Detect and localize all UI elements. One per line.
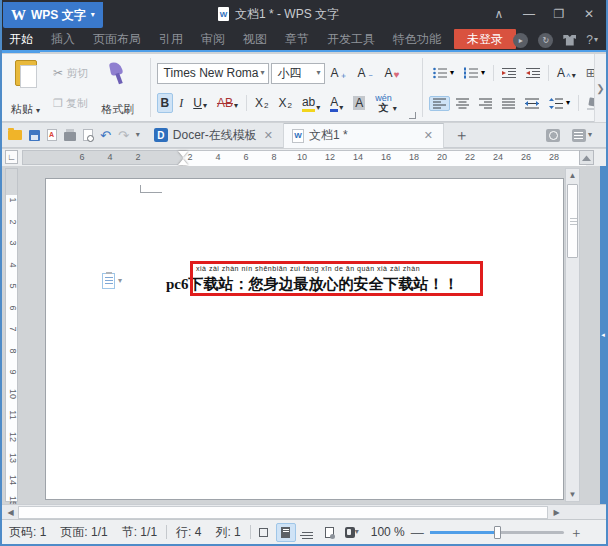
scroll-right-icon[interactable]: ▶ — [550, 506, 563, 519]
highlight-button[interactable]: ab▾ — [298, 92, 324, 115]
play-circle-icon[interactable]: ▸ — [513, 33, 528, 48]
line-spacing-button[interactable]: ▾ — [545, 96, 574, 111]
wps-logo-menu[interactable]: W WPS 文字 ▾ — [3, 2, 103, 28]
print-preview-icon[interactable] — [83, 129, 93, 141]
bullet-list-icon — [433, 67, 447, 79]
undo-icon[interactable]: ↶ — [100, 129, 111, 142]
feedback-icon[interactable]: ↻ — [538, 33, 553, 48]
tab-page-layout[interactable]: 页面布局 — [84, 27, 150, 51]
vertical-scrollbar[interactable]: ▲ ▼ — [565, 168, 580, 502]
shrink-font-button[interactable]: A－ — [354, 63, 379, 83]
document-page[interactable]: ▾ xià zài zhàn nín shēnbiān zuì fàng xīn… — [45, 178, 564, 500]
new-tab-button[interactable]: ＋ — [444, 126, 479, 145]
cut-button[interactable]: ✂剪切 — [49, 64, 92, 83]
hanging-indent-marker[interactable] — [178, 159, 188, 165]
strikethrough-button[interactable]: AB▾ — [213, 93, 242, 113]
subscript-button[interactable]: X2 — [274, 93, 295, 113]
scroll-up-icon[interactable]: ▲ — [566, 169, 579, 182]
restore-button[interactable]: ❐ — [548, 4, 570, 24]
close-button[interactable]: ✕ — [578, 4, 600, 24]
italic-button[interactable]: I — [175, 93, 187, 114]
zoom-slider-fill — [430, 531, 494, 534]
history-icon[interactable] — [546, 129, 560, 142]
tab-developer[interactable]: 开发工具 — [318, 27, 384, 51]
numbering-button[interactable]: ▾ — [460, 65, 489, 81]
close-tab-icon[interactable]: ✕ — [262, 129, 275, 142]
paste-button[interactable]: 粘贴 ▾ — [8, 58, 43, 119]
close-tab-icon[interactable]: ✕ — [422, 129, 435, 142]
help-button[interactable]: ?▾ — [586, 33, 598, 47]
eye-protect-button[interactable] — [320, 523, 340, 542]
open-file-icon[interactable] — [8, 130, 22, 140]
paste-options-button[interactable]: ▾ — [102, 273, 122, 289]
align-right-button[interactable] — [475, 96, 496, 111]
font-size-select[interactable]: 小四▾ — [271, 63, 325, 84]
font-name-select[interactable]: Times New Roma▾ — [157, 63, 269, 84]
tab-document1[interactable]: W 文档1 * ✕ — [284, 123, 444, 148]
tab-home[interactable]: 开始 — [0, 27, 42, 51]
scroll-down-icon[interactable]: ▼ — [566, 488, 579, 501]
font-color-button[interactable]: A▾ — [326, 92, 347, 115]
redo-icon[interactable]: ↷ — [118, 129, 129, 142]
scroll-left-icon[interactable]: ◀ — [4, 506, 17, 519]
bullets-button[interactable]: ▾ — [429, 65, 458, 81]
scrollbar-track[interactable] — [18, 506, 548, 519]
text-tool-button[interactable]: A˄▾ — [553, 63, 580, 83]
superscript-button[interactable]: X2 — [251, 93, 272, 113]
format-painter-button[interactable]: 格式刷 — [98, 58, 137, 119]
horizontal-ruler[interactable]: ∟ 6 4 2 2 4 6 8 10 12 14 16 18 20 22 24 … — [2, 149, 606, 166]
justify-button[interactable] — [498, 96, 519, 111]
copy-button[interactable]: ❐复制 — [49, 94, 92, 113]
tab-references[interactable]: 引用 — [150, 27, 192, 51]
grow-font-button[interactable]: A＋ — [327, 63, 352, 83]
print-icon[interactable] — [64, 132, 76, 141]
underline-button[interactable]: U▾ — [189, 93, 211, 113]
ruler-toggle-button[interactable] — [579, 150, 594, 165]
outline-view-button[interactable] — [298, 523, 318, 542]
bold-button[interactable]: B — [157, 93, 174, 113]
document-text[interactable]: pc6下载站：您身边最放心的安全下载站！！ — [166, 275, 459, 294]
minimize-button[interactable]: — — [518, 4, 540, 24]
skin-switch-button[interactable]: ▾ — [342, 523, 362, 542]
phonetic-guide-button[interactable]: wén文▾ — [371, 91, 401, 116]
zoom-out-button[interactable]: — — [411, 526, 424, 539]
collapse-ribbon-button[interactable]: ∧ — [488, 4, 510, 24]
text-prefix: pc6 — [166, 276, 189, 293]
tab-special-features[interactable]: 特色功能 — [384, 27, 450, 51]
horizontal-scrollbar[interactable]: ◀ ▶ — [2, 504, 606, 519]
clear-format-button[interactable]: A♥ — [381, 63, 404, 83]
fullscreen-icon — [259, 528, 268, 537]
ruler-number: 22 — [463, 152, 477, 162]
ribbon-expand-button[interactable]: ❯ — [594, 54, 606, 122]
tab-review[interactable]: 审阅 — [192, 27, 234, 51]
qat-dropdown-icon[interactable]: ▾ — [136, 131, 140, 139]
page-view-button[interactable] — [276, 523, 296, 542]
login-button[interactable]: 未登录 — [454, 29, 516, 49]
increase-indent-button[interactable] — [522, 65, 544, 81]
tab-docer-templates[interactable]: D Docer-在线模板 ✕ — [146, 123, 284, 148]
tab-insert[interactable]: 插入 — [42, 27, 84, 51]
align-left-button[interactable] — [429, 96, 450, 111]
char-shading-button[interactable]: A — [349, 93, 369, 113]
distributed-button[interactable] — [521, 96, 543, 111]
save-icon[interactable] — [29, 130, 40, 141]
zoom-in-button[interactable]: ＋ — [570, 526, 583, 539]
export-pdf-icon[interactable] — [47, 129, 57, 141]
dialog-launcher-icon[interactable] — [409, 112, 416, 119]
zoom-slider[interactable] — [430, 531, 564, 534]
fullscreen-view-button[interactable] — [254, 523, 274, 542]
first-line-indent-marker[interactable] — [178, 151, 188, 157]
zoom-slider-handle[interactable] — [494, 526, 501, 539]
sidebar-collapse-handle[interactable]: ◂ — [600, 166, 606, 504]
scrollbar-thumb[interactable] — [567, 184, 578, 258]
tab-stop-selector[interactable]: ∟ — [5, 150, 18, 164]
ruler-number: 26 — [519, 152, 533, 162]
tab-section[interactable]: 章节 — [276, 27, 318, 51]
tab-list-icon[interactable] — [572, 129, 586, 142]
skin-icon[interactable] — [563, 35, 576, 46]
decrease-indent-button[interactable] — [498, 65, 520, 81]
ruler-number: 16 — [379, 152, 393, 162]
align-center-button[interactable] — [452, 96, 473, 111]
tab-view[interactable]: 视图 — [234, 27, 276, 51]
vertical-ruler[interactable]: 1 2 3 4 5 6 7 8 9 10 11 12 13 14 15 — [5, 168, 18, 502]
